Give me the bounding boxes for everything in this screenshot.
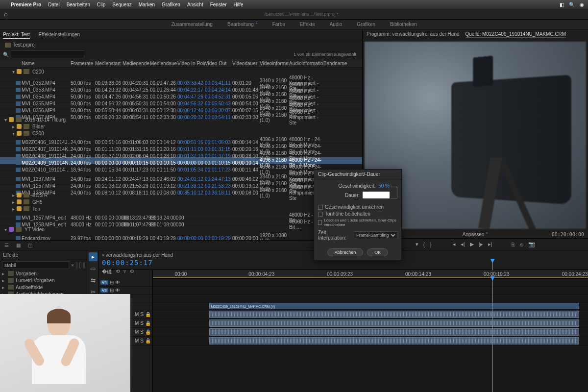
reverse-speed-checkbox[interactable] — [318, 205, 323, 210]
sequence-tab[interactable]: verwacklungsfrei aus der Hand — [106, 252, 173, 258]
mark-out-icon[interactable]: } — [430, 242, 432, 247]
menu-bearbeiten[interactable]: Bearbeiten — [67, 2, 90, 7]
menu-clip[interactable]: Clip — [97, 2, 105, 7]
fx-badge-32-icon[interactable] — [79, 262, 81, 269]
audio-clip[interactable] — [209, 319, 579, 327]
lift-icon[interactable]: ⎘ — [512, 242, 515, 247]
workspace-tab[interactable]: Farbe — [272, 22, 285, 27]
playhead[interactable] — [492, 279, 493, 392]
menu-sequenz[interactable]: Sequenz — [112, 2, 131, 7]
menu-hilfe[interactable]: Hilfe — [234, 2, 244, 7]
mac-menubar[interactable]: Premiere Pro Datei Bearbeiten Clip Seque… — [0, 0, 588, 9]
track-lanes[interactable]: M02ZC409_191014NU_MAKMC.CRM (V) — [153, 279, 588, 392]
home-icon[interactable]: ⌂ — [4, 10, 8, 18]
step-forward-icon[interactable]: |▸ — [479, 241, 483, 247]
workspace-tab[interactable]: Zusammenstellung — [171, 22, 212, 27]
ruler-mark: 00:00:14:23 — [405, 271, 431, 277]
video-track-header[interactable]: V4⊟👁 — [99, 279, 152, 287]
add-marker-icon[interactable]: ▾ — [416, 241, 418, 247]
bin-row[interactable]: ▾C200 — [0, 68, 362, 75]
freeform-view-icon[interactable]: ◫ — [26, 242, 33, 249]
playhead[interactable] — [492, 261, 493, 270]
workspace-tab[interactable]: Audio — [330, 22, 343, 27]
list-view-icon[interactable]: ☰ — [3, 242, 10, 249]
workspace-tab-active[interactable]: Bearbeitung ˅ — [227, 22, 258, 27]
project-rows[interactable]: ▾C200MVI_0352.MP450,00 fps00:03:33:0600:… — [0, 68, 362, 240]
workspace-tab[interactable]: Grafiken — [357, 22, 375, 27]
preview-content — [451, 75, 571, 205]
clip-row[interactable]: MVI_0352.MP450,00 fps00:03:33:0600:04:20… — [0, 75, 362, 82]
ok-button[interactable]: OK — [367, 248, 388, 256]
effect-folder[interactable]: ▸Lumetri-Vorgaben — [0, 277, 87, 284]
menu-ansicht[interactable]: Ansicht — [187, 2, 203, 7]
clip-speed-duration-dialog: Clip-Geschwindigkeit/-Dauer Geschwindigk… — [314, 169, 402, 261]
cancel-button[interactable]: Abbrechen — [327, 248, 364, 256]
menubar-siri-icon[interactable]: ◉ — [580, 2, 584, 7]
menubar-search-icon[interactable]: 🔍 — [569, 2, 575, 7]
workspace-tab[interactable]: Effekte — [300, 22, 315, 27]
time-interpolation-select[interactable]: Frame-Sampling — [354, 231, 397, 239]
project-panel: Projekt: Test Effekteinstellungen Test.p… — [0, 29, 363, 250]
ripple-edit-checkbox[interactable] — [318, 220, 322, 225]
effect-folder[interactable]: ▸Audioeffekte — [0, 284, 87, 291]
tab-effect-controls[interactable]: Effekteinstellungen — [39, 32, 80, 37]
export-frame-icon[interactable]: 📷 — [528, 241, 535, 247]
audio-clip[interactable] — [209, 311, 579, 318]
link-speed-duration-icon[interactable] — [391, 187, 397, 198]
fx-badge-icon[interactable] — [76, 262, 77, 269]
clip-row[interactable]: Endcard.mov29,97 fps00:00:00:0000:00:19:… — [0, 233, 362, 240]
duration-input[interactable] — [363, 192, 390, 198]
time-ruler[interactable]: 00:0000:00:04:2300:00:09:2300:00:14:2300… — [153, 270, 588, 279]
menu-datei[interactable]: Datei — [48, 2, 59, 7]
program-timecode-right: 00:20:00:00 — [552, 232, 584, 237]
reverse-speed-label: Geschwindigkeit umkehren — [325, 204, 384, 210]
project-breadcrumb[interactable]: Test.prproj — [0, 40, 362, 49]
video-track-header[interactable]: V3⊟👁 — [99, 287, 152, 294]
app-menu[interactable]: Premiere Pro — [11, 2, 41, 7]
audio-clip[interactable] — [209, 328, 579, 336]
speed-value[interactable]: 50 % — [378, 183, 390, 189]
project-search-input[interactable] — [11, 50, 84, 58]
maintain-pitch-checkbox[interactable] — [318, 212, 323, 217]
ruler-mark: 00:00:24:23 — [562, 271, 588, 277]
go-to-in-icon[interactable]: |◂ — [451, 241, 456, 247]
menu-marken[interactable]: Marken — [139, 2, 155, 7]
video-clip[interactable]: M02ZC409_191014NU_MAKMC.CRM (V) — [209, 303, 579, 309]
ripple-tool-icon[interactable]: ⇆ — [89, 276, 98, 285]
selection-tool-icon[interactable]: ▸ — [89, 252, 98, 261]
bin-icon — [5, 43, 11, 48]
zoom-fit-dropdown[interactable]: Anpassen ˅ — [463, 232, 488, 237]
clear-search-icon[interactable]: × — [71, 263, 74, 268]
menu-fenster[interactable]: Fenster — [210, 2, 227, 7]
workspace-tabs: Zusammenstellung Bearbeitung ˅ Farbe Eff… — [0, 20, 588, 29]
ruler-mark: 00:00:09:23 — [327, 271, 353, 277]
icon-view-icon[interactable]: ▦ — [15, 242, 22, 249]
effect-folder[interactable]: ▸Vorgaben — [0, 270, 87, 277]
source-monitor-thumbnail[interactable] — [0, 294, 130, 392]
audio-clip[interactable] — [209, 337, 579, 344]
mark-in-icon[interactable]: { — [423, 242, 425, 247]
clip-row[interactable]: MVI_1257.MP4_edit48000 Hz00:00:00:000000… — [0, 212, 362, 219]
time-interpolation-label: Zeit-Interpolation: — [318, 230, 351, 241]
project-columns-header[interactable]: Name Framerate Medienstart Medienende Me… — [0, 59, 362, 68]
tab-project[interactable]: Projekt: Test — [3, 32, 30, 37]
menu-grafiken[interactable]: Grafiken — [162, 2, 180, 7]
tab-effects[interactable]: Effekte — [3, 252, 18, 258]
bin-row[interactable]: ▸Ton — [0, 205, 362, 212]
source-label[interactable]: Quelle: M02ZC409_191014NU_MAKMC.CRM — [466, 31, 566, 38]
step-back-icon[interactable]: ◂| — [461, 241, 465, 247]
project-footer: ☰ ▦ ◫ 🗀 ▢ 🗑 — [0, 240, 362, 250]
ruler-mark: 00:00:04:23 — [248, 271, 274, 277]
effects-search-input[interactable] — [2, 261, 69, 269]
clip-row[interactable]: M02ZC406_191014J…24,00 fps00:00:51:1600:… — [0, 137, 362, 144]
workspace-tab[interactable]: Bibliotheken — [390, 22, 416, 27]
bin-row[interactable]: ▾C200 — [0, 130, 362, 137]
selection-count: 1 von 28 Elementen ausgewählt — [294, 52, 359, 57]
play-icon[interactable]: ▶ — [470, 241, 474, 247]
extract-icon[interactable]: ⎋ — [520, 242, 523, 247]
fx-badge-yuv-icon[interactable] — [83, 262, 85, 269]
go-to-out-icon[interactable]: ▸| — [488, 241, 492, 247]
project-panel-tabs: Projekt: Test Effekteinstellungen — [0, 29, 362, 40]
track-select-tool-icon[interactable]: ▭ — [89, 264, 98, 273]
menubar-extra-icon[interactable]: ◧ — [560, 2, 564, 7]
